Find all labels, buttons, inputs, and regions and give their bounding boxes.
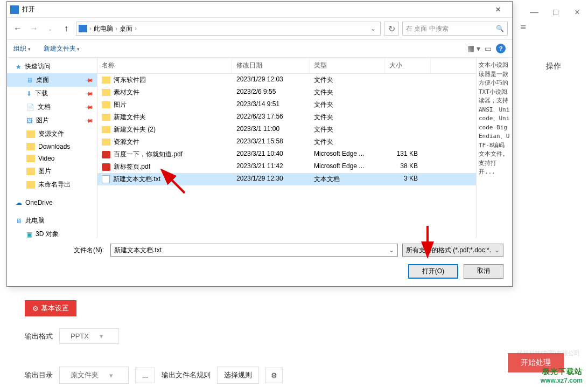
output-format-label: 输出格式 (25, 331, 53, 341)
download-icon: ⬇ (26, 90, 32, 98)
folder-icon (26, 130, 35, 138)
file-name: 新建文件夹 (2) (114, 125, 156, 134)
basic-settings-button[interactable]: 基本设置 (25, 300, 76, 316)
dialog-nav: ← → ⌄ ↑ › 此电脑 › 桌面 › ⌄ ↻ 在 桌面 中搜索 🔍 (7, 18, 512, 39)
rule-settings-button[interactable]: ⚙ (265, 368, 283, 383)
nav-recent-button[interactable]: ⌄ (44, 22, 57, 35)
sidebar-item-3d[interactable]: ▣3D 对象 (7, 227, 97, 238)
folder-icon (26, 143, 35, 150)
file-size (385, 99, 431, 111)
picture-icon: 🖼 (26, 117, 33, 125)
sidebar-item-documents[interactable]: 📄文档📌 (7, 100, 97, 114)
search-placeholder: 在 桌面 中搜索 (406, 24, 449, 33)
organize-menu[interactable]: 组织 (13, 44, 31, 53)
file-size: 3 KB (385, 173, 431, 185)
sidebar-onedrive[interactable]: ☁OneDrive (7, 197, 97, 209)
file-row[interactable]: 素材文件2023/2/6 9:55文件夹 (97, 86, 476, 99)
sidebar-item-export[interactable]: 未命名导出 (7, 178, 97, 191)
nav-forward-button[interactable]: → (27, 22, 40, 35)
file-row[interactable]: 资源文件2023/3/21 15:58文件夹 (97, 136, 476, 148)
breadcrumb[interactable]: › 此电脑 › 桌面 › ⌄ (76, 22, 381, 36)
chevron-right-icon: › (89, 25, 92, 32)
sidebar-label: 快速访问 (25, 62, 51, 71)
bg-minimize-button[interactable]: — (526, 4, 542, 20)
cube-icon: ▣ (26, 231, 32, 238)
filename-label: 文件名(N): (16, 246, 106, 255)
col-size[interactable]: 大小 (385, 58, 431, 73)
sidebar-item-pictures[interactable]: 🖼图片📌 (7, 114, 97, 127)
file-name: 素材文件 (114, 88, 139, 97)
chevron-right-icon: › (135, 25, 137, 32)
bg-close-button[interactable]: × (569, 4, 585, 20)
file-row[interactable]: 新建文件夹2022/6/23 17:56文件夹 (97, 111, 476, 123)
file-row[interactable]: 新标签页.pdf2023/3/21 11:42Microsoft Edge ..… (97, 161, 476, 173)
file-row[interactable]: 河东软件园2023/1/29 12:03文件夹 (97, 74, 476, 86)
bg-maximize-button[interactable]: □ (548, 4, 564, 20)
file-date: 2023/1/29 12:30 (232, 173, 310, 185)
sidebar-item-downloads[interactable]: ⬇下载📌 (7, 87, 97, 100)
file-type: 文件夹 (310, 99, 385, 111)
col-name[interactable]: 名称 (97, 58, 232, 73)
view-options-button[interactable]: ▦ ▾ (467, 44, 480, 53)
folder-icon (79, 25, 87, 32)
nav-up-button[interactable]: ↑ (60, 22, 73, 35)
sidebar-quick-access[interactable]: ★快速访问 (7, 60, 97, 73)
col-modified[interactable]: 修改日期 (232, 58, 310, 73)
star-icon: ★ (16, 63, 22, 71)
file-row[interactable]: 新建文本文档.txt2023/1/29 12:30文本文档3 KB (97, 173, 476, 185)
file-icon (102, 126, 110, 133)
sidebar-label: 图片 (38, 167, 51, 176)
search-input[interactable]: 在 桌面 中搜索 🔍 (402, 22, 508, 36)
nav-back-button[interactable]: ← (11, 22, 24, 35)
file-size (385, 74, 431, 86)
help-button[interactable]: ? (496, 44, 506, 53)
cancel-button[interactable]: 取消 (464, 264, 503, 279)
sidebar-this-pc[interactable]: 🖥此电脑 (7, 214, 97, 227)
file-icon (102, 139, 110, 146)
choose-rule-button[interactable]: 选择规则 (217, 367, 259, 384)
open-button[interactable]: 打开(O) (408, 264, 458, 279)
file-icon (102, 89, 110, 96)
filetype-select[interactable]: 所有支持的格式 (*.pdf;*.doc;*. (402, 244, 503, 257)
breadcrumb-dropdown[interactable]: ⌄ (368, 25, 378, 32)
hamburger-icon[interactable]: ≡ (520, 22, 526, 33)
pc-icon: 🖥 (16, 217, 22, 225)
file-type: 文件夹 (310, 123, 385, 136)
pin-icon: 📌 (85, 116, 94, 125)
file-row[interactable]: 百度一下，你就知道.pdf2023/3/21 10:40Microsoft Ed… (97, 148, 476, 161)
breadcrumb-root[interactable]: 此电脑 (94, 24, 113, 33)
preview-toggle-button[interactable]: ▭ (485, 44, 492, 53)
file-row[interactable]: 新建文件夹 (2)2023/3/1 11:00文件夹 (97, 123, 476, 136)
file-date: 2023/3/1 11:00 (232, 123, 310, 136)
browse-button[interactable]: ... (135, 368, 155, 383)
copyright-text: 优视科技(中国)有限公司 (517, 349, 580, 357)
preview-pane: 文本小说阅读器是一款方便小巧的TXT小说阅读器，支持ANSI、Unicode、U… (476, 58, 512, 238)
sidebar-label: Video (38, 155, 54, 162)
filename-input[interactable]: 新建文本文档.txt (110, 244, 398, 257)
dialog-toolbar: 组织 新建文件夹 ▦ ▾ ▭ ? (7, 39, 512, 58)
sidebar-item-downloads-en[interactable]: Downloads (7, 141, 97, 153)
file-date: 2023/3/21 15:58 (232, 136, 310, 148)
output-format-select[interactable]: PPTX (59, 328, 119, 344)
watermark-logo: 极光下载站 www.xz7.com (541, 367, 583, 384)
file-row[interactable]: 图片2023/3/14 9:51文件夹 (97, 99, 476, 111)
pin-icon: 📌 (85, 89, 94, 98)
file-list: 名称 修改日期 类型 大小 河东软件园2023/1/29 12:03文件夹素材文… (97, 58, 476, 238)
dialog-close-button[interactable]: × (487, 2, 509, 17)
refresh-button[interactable]: ↻ (384, 22, 399, 36)
file-size (385, 86, 431, 99)
sidebar-label: Downloads (38, 143, 70, 150)
sidebar-item-resources[interactable]: 资源文件 (7, 127, 97, 141)
file-icon (102, 151, 110, 158)
output-rule-label: 输出文件名规则 (162, 370, 211, 380)
dialog-title: 打开 (22, 5, 487, 14)
file-size (385, 123, 431, 136)
output-dir-select[interactable]: 原文件夹 (59, 367, 129, 384)
pin-icon: 📌 (85, 102, 94, 111)
breadcrumb-current[interactable]: 桌面 (120, 24, 132, 33)
new-folder-button[interactable]: 新建文件夹 (44, 44, 80, 53)
col-type[interactable]: 类型 (310, 58, 385, 73)
sidebar-item-video[interactable]: Video (7, 153, 97, 164)
sidebar-item-pictures2[interactable]: 图片 (7, 164, 97, 178)
sidebar-item-desktop[interactable]: 🖥桌面📌 (7, 73, 97, 87)
